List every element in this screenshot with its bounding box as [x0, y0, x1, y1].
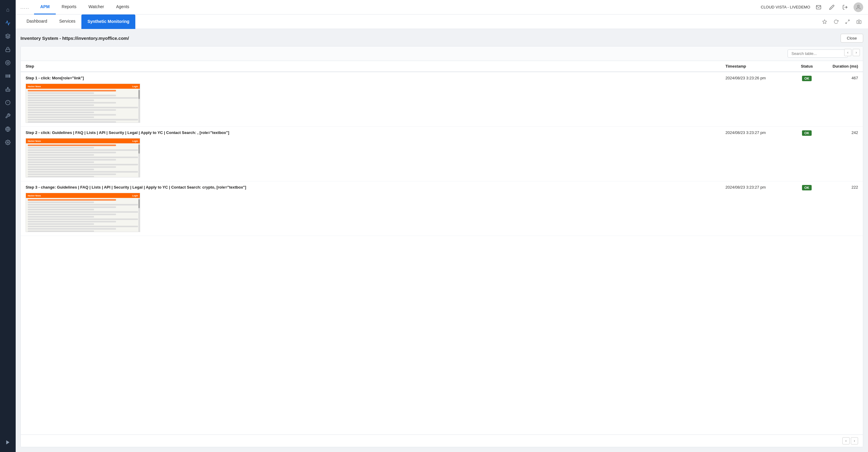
company-name: CLOUD VISTA - LIVEDEMO	[761, 5, 810, 9]
top-nav: ..... APM Reports Watcher Agents CLOUD V…	[16, 0, 868, 15]
alert-icon[interactable]	[2, 96, 14, 109]
page-title: Inventory System - https://inventory.myo…	[21, 36, 129, 41]
timestamp-1: 2024/08/23 3:23:26 pm	[725, 76, 792, 80]
svg-line-25	[848, 20, 849, 22]
wrench-icon[interactable]	[2, 110, 14, 122]
nav-left: ..... APM Reports Watcher Agents	[21, 0, 135, 15]
sidebar: ⌂	[0, 0, 16, 452]
svg-point-20	[7, 142, 9, 143]
duration-1: 467	[822, 76, 858, 80]
table-header: Step Timestamp Status Duration (ms)	[21, 61, 863, 72]
step-label-3: Step 3 - change: Guidelines | FAQ | List…	[26, 185, 725, 190]
lock-icon[interactable]	[2, 44, 14, 56]
table-body: Step 1 - click: More[role="link"] 2024/0…	[21, 72, 863, 434]
svg-point-14	[8, 90, 9, 90]
sub-nav: Dashboard Services Synthetic Monitoring	[16, 15, 868, 29]
sub-tab-dashboard[interactable]: Dashboard	[21, 15, 53, 29]
pulse-icon[interactable]	[2, 57, 14, 69]
svg-marker-0	[6, 34, 10, 36]
svg-marker-24	[823, 20, 827, 24]
table-row: Step 1 - click: More[role="link"] 2024/0…	[21, 72, 863, 127]
column-header-duration: Duration (ms)	[822, 64, 858, 68]
sub-tab-synthetic[interactable]: Synthetic Monitoring	[82, 15, 135, 29]
nav-tab-watcher[interactable]: Watcher	[83, 0, 110, 15]
screenshot-thumb-2: Hacker News Login	[26, 138, 140, 177]
next-page-button-top[interactable]: ›	[852, 49, 860, 56]
status-badge-2: OK	[802, 130, 812, 136]
svg-point-11	[7, 87, 8, 88]
screenshot-thumb-3: Hacker News Login	[26, 193, 140, 232]
sub-tab-services[interactable]: Services	[53, 15, 82, 29]
camera-icon[interactable]	[855, 18, 863, 26]
screenshot-thumb-1: Hacker News Login	[26, 84, 140, 123]
search-bar: ‹ ›	[21, 47, 863, 61]
step-label-1: Step 1 - click: More[role="link"]	[26, 76, 725, 80]
page-area: Inventory System - https://inventory.myo…	[16, 29, 868, 452]
timestamp-2: 2024/08/23 3:23:27 pm	[725, 130, 792, 135]
svg-point-13	[7, 90, 7, 90]
duration-2: 242	[822, 130, 858, 135]
activity-icon[interactable]	[2, 17, 14, 29]
sub-nav-left: Dashboard Services Synthetic Monitoring	[21, 15, 135, 29]
mail-icon[interactable]	[814, 2, 824, 12]
column-header-timestamp: Timestamp	[725, 64, 792, 68]
close-button[interactable]: Close	[841, 34, 863, 43]
prev-page-button-top[interactable]: ‹	[844, 49, 851, 56]
nav-dots: .....	[21, 5, 29, 10]
main-content: ..... APM Reports Watcher Agents CLOUD V…	[16, 0, 868, 452]
svg-point-2	[6, 61, 10, 65]
home-icon[interactable]: ⌂	[2, 4, 14, 16]
refresh-icon[interactable]	[832, 18, 840, 26]
nav-tab-agents[interactable]: Agents	[110, 0, 135, 15]
svg-point-27	[858, 21, 860, 23]
status-badge-3: OK	[802, 185, 812, 190]
star-icon[interactable]	[820, 18, 829, 26]
layers-icon[interactable]	[2, 30, 14, 42]
expand-icon[interactable]	[843, 18, 852, 26]
table-row: Step 2 - click: Guidelines | FAQ | Lists…	[21, 127, 863, 181]
table-container: ‹ › Step Timestamp Status Duration (ms) …	[21, 46, 863, 447]
avatar[interactable]	[854, 2, 863, 12]
svg-line-26	[846, 22, 847, 24]
settings-icon[interactable]	[2, 136, 14, 148]
column-header-step: Step	[26, 64, 725, 68]
sub-nav-right	[820, 18, 863, 26]
svg-point-3	[7, 62, 9, 64]
table-row: Step 3 - change: Guidelines | FAQ | List…	[21, 181, 863, 236]
svg-marker-21	[6, 440, 10, 445]
search-input[interactable]	[787, 50, 848, 58]
table-footer: ‹ ›	[21, 434, 863, 447]
logout-icon[interactable]	[840, 2, 850, 12]
prev-page-button-bottom[interactable]: ‹	[842, 437, 849, 445]
status-badge-1: OK	[802, 76, 812, 81]
next-page-button-bottom[interactable]: ›	[851, 437, 858, 445]
globe-icon[interactable]	[2, 123, 14, 135]
svg-rect-1	[6, 49, 10, 52]
svg-rect-10	[6, 89, 10, 91]
column-header-status: Status	[792, 64, 822, 68]
nav-right: CLOUD VISTA - LIVEDEMO	[761, 2, 863, 12]
robot-icon[interactable]	[2, 83, 14, 95]
barcode-icon[interactable]	[2, 70, 14, 82]
step-label-2: Step 2 - click: Guidelines | FAQ | Lists…	[26, 130, 725, 135]
nav-tab-reports[interactable]: Reports	[56, 0, 83, 15]
svg-point-23	[858, 5, 859, 7]
nav-tab-apm[interactable]: APM	[34, 0, 56, 15]
duration-3: 222	[822, 185, 858, 190]
page-title-bar: Inventory System - https://inventory.myo…	[21, 34, 863, 43]
edit-icon[interactable]	[827, 2, 837, 12]
play-icon[interactable]	[2, 436, 14, 448]
timestamp-3: 2024/08/23 3:23:27 pm	[725, 185, 792, 190]
